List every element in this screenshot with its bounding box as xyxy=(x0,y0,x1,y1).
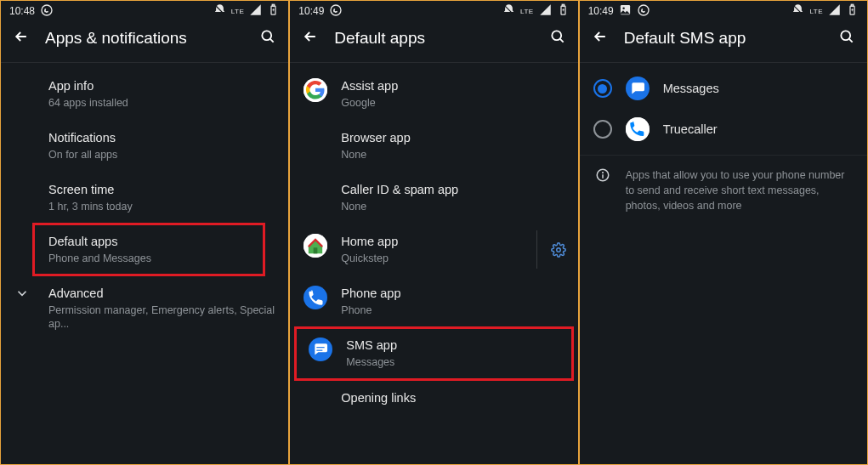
quickstep-icon xyxy=(304,234,327,258)
status-time: 10:49 xyxy=(298,5,324,17)
whatsapp-icon xyxy=(329,3,343,20)
back-icon[interactable] xyxy=(13,28,30,48)
svg-point-22 xyxy=(841,31,850,40)
item-title: Notifications xyxy=(48,130,275,146)
status-time: 10:49 xyxy=(588,5,614,17)
svg-rect-21 xyxy=(851,4,854,6)
signal-icon xyxy=(249,3,262,19)
page-title: Default apps xyxy=(334,29,533,48)
settings-list: App info64 apps installed NotificationsO… xyxy=(1,63,288,464)
search-icon[interactable] xyxy=(838,28,855,48)
item-sub: Permission manager, Emergency alerts, Sp… xyxy=(48,303,275,332)
item-title: Advanced xyxy=(48,286,275,302)
svg-point-13 xyxy=(556,248,560,252)
item-screen-time[interactable]: Screen time1 hr, 3 mins today xyxy=(1,172,288,224)
signal-icon xyxy=(828,3,841,19)
lte-icon: LTE xyxy=(809,8,823,15)
item-home-app[interactable]: Home appQuickstep xyxy=(290,224,577,275)
option-truecaller[interactable]: Truecaller xyxy=(580,109,867,150)
item-sub: 64 apps installed xyxy=(48,96,275,110)
item-sub: On for all apps xyxy=(48,148,275,162)
battery-icon xyxy=(267,3,280,19)
svg-rect-12 xyxy=(314,248,318,254)
status-bar: 10:49 LTE xyxy=(580,1,867,20)
battery-icon xyxy=(557,3,570,19)
whatsapp-icon xyxy=(637,3,650,20)
item-title: SMS app xyxy=(346,337,559,354)
svg-rect-3 xyxy=(273,4,275,6)
item-caller-id-app[interactable]: Caller ID & spam appNone xyxy=(290,172,577,224)
item-app-info[interactable]: App info64 apps installed xyxy=(1,68,288,120)
item-sub: Phone xyxy=(341,303,564,317)
panel-default-sms-app: 10:49 LTE Default SMS app Messages Truec… xyxy=(579,0,868,465)
panel-default-apps: 10:49 LTE Default apps Assist appGoogle … xyxy=(289,0,578,465)
item-sub: Phone and Messages xyxy=(48,252,251,265)
header: Default SMS app xyxy=(580,20,867,60)
messages-icon xyxy=(309,337,332,361)
item-browser-app[interactable]: Browser appNone xyxy=(290,120,577,172)
item-assist-app[interactable]: Assist appGoogle xyxy=(290,68,577,120)
item-phone-app[interactable]: Phone appPhone xyxy=(290,275,577,327)
divider xyxy=(536,230,537,269)
chevron-down-icon xyxy=(14,286,48,301)
dnd-icon xyxy=(502,3,515,19)
item-title: Opening links xyxy=(341,390,564,406)
back-icon[interactable] xyxy=(302,28,319,48)
search-icon[interactable] xyxy=(259,28,276,48)
item-sub: None xyxy=(341,148,564,162)
radio-selected-icon xyxy=(593,79,612,98)
option-label: Messages xyxy=(663,82,854,95)
option-label: Truecaller xyxy=(663,122,854,136)
search-icon[interactable] xyxy=(549,28,566,48)
item-title: Default apps xyxy=(48,234,251,250)
info-row: Apps that allow you to use your phone nu… xyxy=(580,156,867,225)
dnd-icon xyxy=(791,3,804,19)
svg-point-9 xyxy=(552,31,561,40)
item-sub: Quickstep xyxy=(341,252,564,265)
svg-rect-8 xyxy=(562,4,564,6)
svg-point-26 xyxy=(602,173,603,173)
status-bar: 10:49 LTE xyxy=(290,1,577,20)
status-bar: 10:48 LTE xyxy=(1,1,288,20)
item-title: Caller ID & spam app xyxy=(341,182,564,198)
status-time: 10:48 xyxy=(9,5,35,17)
svg-point-23 xyxy=(626,117,650,141)
option-messages[interactable]: Messages xyxy=(580,68,867,109)
svg-point-17 xyxy=(622,7,625,9)
back-icon[interactable] xyxy=(592,28,609,48)
radio-unselected-icon xyxy=(593,120,612,139)
item-default-apps[interactable]: Default appsPhone and Messages xyxy=(33,224,264,275)
whatsapp-icon xyxy=(40,3,54,20)
item-title: Screen time xyxy=(48,182,275,198)
svg-point-0 xyxy=(42,5,52,15)
header: Apps & notifications xyxy=(1,20,288,60)
item-notifications[interactable]: NotificationsOn for all apps xyxy=(1,120,288,172)
gallery-icon xyxy=(619,3,632,19)
item-title: Home app xyxy=(341,234,564,250)
item-sub: None xyxy=(341,200,564,213)
item-advanced[interactable]: AdvancedPermission manager, Emergency al… xyxy=(1,275,288,341)
page-title: Apps & notifications xyxy=(45,29,244,48)
signal-icon xyxy=(539,3,552,19)
item-sub: Google xyxy=(341,96,564,110)
gear-icon[interactable] xyxy=(551,242,566,258)
battery-icon xyxy=(846,3,859,19)
svg-point-18 xyxy=(638,5,649,15)
item-opening-links[interactable]: Opening links xyxy=(290,380,577,417)
messages-icon xyxy=(626,77,650,100)
google-icon xyxy=(304,78,327,102)
lte-icon: LTE xyxy=(520,8,534,15)
sms-app-options: Messages Truecaller Apps that allow you … xyxy=(580,63,867,464)
header: Default apps xyxy=(290,20,577,60)
item-title: Browser app xyxy=(341,130,564,146)
page-title: Default SMS app xyxy=(624,29,823,48)
info-text: Apps that allow you to use your phone nu… xyxy=(626,167,854,213)
phone-icon xyxy=(304,286,327,309)
svg-point-5 xyxy=(331,5,341,15)
lte-icon: LTE xyxy=(231,8,245,15)
item-title: Assist app xyxy=(341,78,564,94)
dnd-icon xyxy=(213,3,226,19)
info-icon xyxy=(593,167,612,183)
item-title: App info xyxy=(48,78,275,94)
item-sms-app[interactable]: SMS appMessages xyxy=(295,327,572,379)
